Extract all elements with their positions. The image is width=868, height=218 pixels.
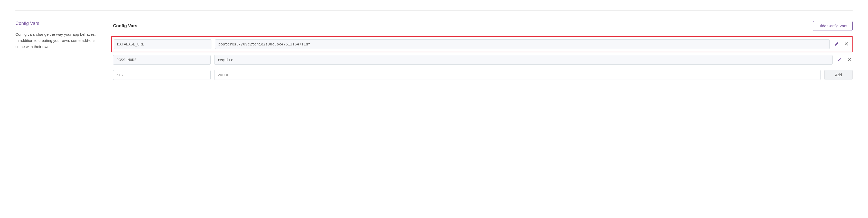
config-vars-sidebar: Config Vars Config vars change the way y… bbox=[16, 21, 98, 83]
sidebar-title: Config Vars bbox=[16, 21, 98, 26]
config-vars-section: Config Vars Config vars change the way y… bbox=[16, 21, 852, 83]
section-divider bbox=[16, 10, 852, 10]
hide-config-vars-button[interactable]: Hide Config Vars bbox=[813, 21, 852, 31]
config-var-new-row: Add bbox=[113, 67, 852, 83]
config-vars-title: Config Vars bbox=[113, 23, 137, 29]
pencil-icon bbox=[837, 57, 842, 63]
add-config-var-button[interactable]: Add bbox=[824, 70, 852, 80]
edit-config-var-button[interactable] bbox=[833, 40, 840, 48]
config-vars-main: Config Vars Hide Config Vars DATABASE_UR… bbox=[113, 21, 852, 83]
config-var-value-input[interactable] bbox=[214, 70, 821, 80]
pencil-icon bbox=[834, 41, 839, 47]
config-var-key[interactable]: DATABASE_URL bbox=[114, 39, 211, 49]
delete-config-var-button[interactable] bbox=[843, 40, 850, 48]
delete-config-var-button[interactable] bbox=[846, 56, 852, 64]
config-var-actions bbox=[833, 40, 850, 48]
config-var-value[interactable]: postgres://u9c2tqhie2s38c:pc47513164711d… bbox=[215, 39, 830, 49]
config-vars-header: Config Vars Hide Config Vars bbox=[113, 21, 852, 31]
config-var-key-input[interactable] bbox=[113, 70, 211, 80]
config-var-row: PGSSLMODE require bbox=[113, 52, 852, 67]
edit-config-var-button[interactable] bbox=[836, 56, 843, 64]
config-var-key[interactable]: PGSSLMODE bbox=[113, 55, 211, 65]
config-var-row: DATABASE_URL postgres://u9c2tqhie2s38c:p… bbox=[111, 36, 852, 52]
config-var-value[interactable]: require bbox=[214, 55, 833, 65]
close-icon bbox=[844, 41, 849, 47]
sidebar-description: Config vars change the way your app beha… bbox=[16, 31, 98, 50]
config-var-actions bbox=[836, 56, 852, 64]
close-icon bbox=[847, 57, 851, 63]
